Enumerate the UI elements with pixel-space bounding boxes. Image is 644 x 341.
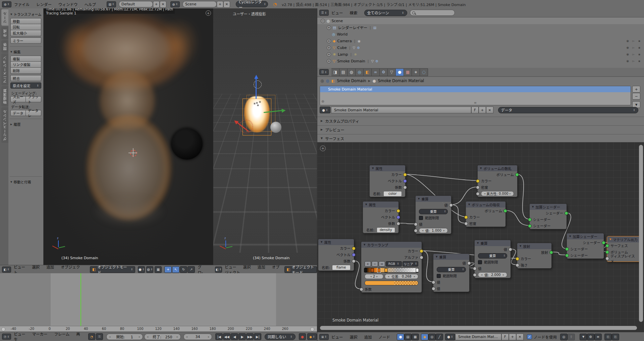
breadcrumb-object[interactable]: Smoke Domain (337, 78, 366, 83)
expander-icon[interactable]: + (327, 59, 331, 63)
socket-値[interactable] (432, 287, 435, 290)
node-multiply3[interactable]: ▼乗算値乗算⇕範囲制限値◂値:2.000▸ (474, 240, 511, 278)
texture-nodes-button[interactable]: ▦ (412, 334, 419, 340)
current-frame-field[interactable]: ◂34▸ (183, 334, 212, 340)
viewport-menu-選択[interactable]: 選択 (32, 265, 40, 270)
outliner-menu-ビュー[interactable]: ビュー (331, 11, 343, 15)
ramp-position-field[interactable]: ◂位置:0.268▸ (385, 274, 418, 279)
node-emission[interactable]: ▼放射放射カラー強さ (517, 243, 552, 269)
editor-type-properties-button[interactable]: ☲⇕ (319, 69, 329, 75)
fake-user-button[interactable]: F (471, 107, 479, 113)
shelf-button-フラット[interactable]: フラット (26, 96, 41, 102)
node-menu-追加[interactable]: 追加 (364, 335, 372, 340)
shelf-tab-物理演算[interactable]: 物理演算 (1, 86, 8, 106)
restrict-toggle-0[interactable]: ◉ (626, 53, 629, 56)
panel-stroke-placement[interactable]: ▼移動と付着 (10, 179, 42, 184)
socket-係数[interactable] (403, 185, 407, 189)
socket-カラー[interactable] (420, 249, 423, 253)
socket-アルファ[interactable] (420, 255, 423, 259)
properties-tab-physics[interactable]: ◌ (420, 68, 428, 76)
manipulator-button-1[interactable]: ↖ (172, 266, 179, 273)
vertical-scrollbar[interactable] (639, 145, 643, 322)
properties-tab-object[interactable]: ◧ (364, 68, 372, 76)
value-slider[interactable]: ◂値:1.000▸ (419, 228, 448, 233)
ramp-color-swatch[interactable] (365, 281, 418, 285)
viewport-menu-追加[interactable]: 追加 (257, 265, 265, 270)
lock-icon-button[interactable]: ⚿ (96, 333, 103, 340)
object-shader-button[interactable]: ◆ (421, 334, 428, 340)
playback-button-4[interactable]: ▶▶ (246, 333, 254, 340)
ramp-stop[interactable] (371, 268, 374, 272)
use-nodes-checkbox[interactable]: ✓ (527, 334, 532, 339)
socket-密度[interactable] (476, 185, 480, 189)
shelf-tab-作成[interactable]: 作成 (1, 27, 8, 39)
new-material-button[interactable]: + (479, 107, 486, 113)
render-engine-dropdown[interactable]: Cyclesレンダー⇕ (236, 1, 268, 7)
timeline-body[interactable] (0, 273, 317, 326)
add-layout-button[interactable]: + (153, 1, 160, 8)
editor-type-info-button[interactable]: ◍⇕ (2, 1, 11, 7)
unlink-material-button[interactable]: ✕ (516, 334, 524, 340)
properties-tab-render-layers[interactable]: ▤ (339, 68, 347, 76)
socket-カラー[interactable] (476, 179, 480, 183)
shelf-button-拡大縮小[interactable]: 拡大縮小 (10, 30, 41, 36)
properties-tab-material[interactable]: ● (396, 68, 404, 76)
restrict-toggle-1[interactable]: ▻ (632, 53, 635, 56)
properties-tab-texture[interactable]: ▦ (404, 68, 412, 76)
viewport-3d-rendered[interactable]: Time:00:31.86 | Remaining:00:58.67 | Mem… (0, 8, 213, 265)
expander-icon[interactable]: + (327, 39, 331, 43)
outliner-item-Smoke Domain[interactable]: +▽Smoke Domain|▽⚙◉▻▪ (317, 58, 644, 64)
attribute-name-field[interactable]: flame (332, 265, 351, 270)
socket-強さ[interactable] (516, 263, 519, 267)
properties-tab-constraints[interactable]: ∞ (372, 68, 380, 76)
copy-node-button[interactable]: ⎘ (604, 334, 612, 340)
outliner-menu-検索[interactable]: 検索 (350, 11, 358, 15)
sphere-object[interactable] (270, 122, 281, 133)
rendered-view[interactable]: Time:00:31.86 | Remaining:00:58.67 | Mem… (43, 8, 213, 265)
restrict-toggle-1[interactable]: ▻ (632, 39, 635, 43)
editor-type-3dview-button[interactable]: ◧⇕ (2, 267, 11, 273)
restrict-toggle-1[interactable]: ▻ (632, 59, 635, 63)
ramp-stop[interactable] (385, 268, 388, 272)
value-slider[interactable]: ◂値:2.000▸ (478, 272, 507, 277)
socket-ボリューム[interactable] (605, 250, 609, 254)
browse-material-dropdown[interactable]: ●⇕ (445, 334, 455, 340)
editor-type-timeline-button[interactable]: ◷⇕ (2, 334, 11, 340)
ramp-button-−[interactable]: − (372, 261, 378, 267)
socket-カラー[interactable] (403, 173, 407, 176)
socket-シェーダー[interactable] (565, 253, 569, 257)
ramp-button-↔[interactable]: ↔ (379, 261, 385, 267)
properties-tab-scene[interactable]: ◍ (347, 68, 356, 76)
color-ramp-bar[interactable] (365, 268, 418, 273)
display-filter-dropdown[interactable]: 全てのシーン⇕ (364, 10, 407, 16)
add-scene-button[interactable]: + (217, 1, 223, 8)
horizontal-scrollbar[interactable] (320, 326, 637, 330)
node-menu-ノード[interactable]: ノード (379, 335, 390, 340)
restrict-toggle-0[interactable]: ◉ (626, 46, 629, 49)
socket-サーフェス[interactable] (605, 244, 609, 247)
socket-異方性:[interactable] (476, 192, 480, 195)
shelf-button-移動[interactable]: 移動 (10, 18, 41, 24)
scrollbar-cap-right[interactable] (310, 327, 314, 331)
outliner-item-Scene[interactable]: −◍Scene (317, 17, 644, 24)
socket-カラー[interactable] (516, 257, 519, 261)
restrict-toggle-2[interactable]: ▪ (638, 46, 640, 49)
ramp-stop[interactable] (416, 268, 419, 272)
breadcrumb-material[interactable]: Smoke Domain Material (378, 78, 424, 83)
attribute-name-field[interactable]: density (377, 227, 395, 233)
restrict-toggle-0[interactable]: ◉ (626, 59, 629, 63)
pin-icon[interactable]: ◎ (321, 78, 324, 83)
node-scatter[interactable]: ▼ボリュームの散乱ボリュームカラー密度◂異方性:0.000▸ (477, 165, 518, 197)
node-dropdown[interactable]: 乗算⇕ (478, 253, 507, 259)
socket-係数[interactable] (352, 259, 356, 263)
manipulator-button-2[interactable]: ↻ (180, 266, 187, 273)
viewport-menu-選択[interactable]: 選択 (243, 265, 251, 270)
shelf-tab-関係[interactable]: 関係 (1, 40, 8, 53)
viewport-menu-ビュー[interactable]: ビュー (225, 265, 236, 270)
record-button[interactable]: ● (299, 333, 306, 340)
scene-field[interactable]: Scene (182, 1, 217, 7)
frame-start-field[interactable]: ◂開始: 1▸ (106, 334, 143, 340)
playback-button-0[interactable]: |◀ (215, 333, 223, 340)
toolshelf-toggle-icon[interactable]: + (320, 146, 326, 151)
info-menu-ウィンドウ[interactable]: ウィンドウ (58, 2, 78, 7)
